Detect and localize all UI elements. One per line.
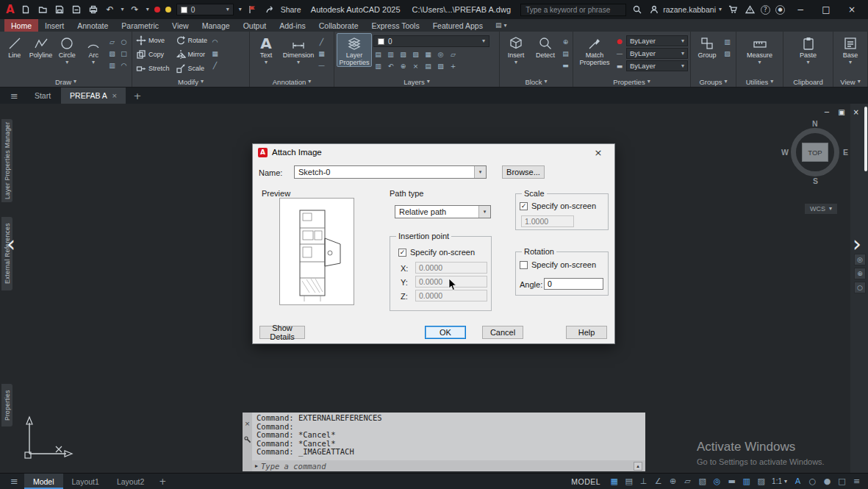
linetype-select[interactable]: ByLayer ▾ [626, 48, 688, 59]
command-input-row[interactable]: ▸ ▴ [252, 460, 645, 471]
browse-button[interactable]: Browse... [502, 165, 545, 179]
create-block-icon[interactable]: ⊕ [561, 37, 570, 46]
trim-icon[interactable]: ╱ [210, 60, 220, 70]
mirror-button[interactable]: Mirror [174, 47, 209, 61]
measure-button[interactable]: Measure ▾ [743, 33, 777, 65]
open-folder-icon[interactable] [37, 4, 49, 15]
ribbon-tab-featured-apps[interactable]: Featured Apps [426, 19, 489, 32]
path-type-caret-icon[interactable]: ▾ [478, 206, 490, 218]
assistant-icon[interactable]: ● [775, 5, 785, 15]
share-button[interactable]: Share [281, 5, 301, 14]
cart-icon[interactable] [727, 4, 739, 15]
ribbon-tab-addins[interactable]: Add-ins [273, 19, 312, 32]
base-button[interactable]: Base ▾ [836, 33, 864, 65]
group-edit-icon[interactable]: ▨ [722, 49, 732, 58]
flag-icon[interactable] [247, 4, 259, 15]
viewcube-south[interactable]: S [813, 176, 818, 185]
layer-off-icon[interactable]: ▤ [373, 49, 383, 59]
layer-previous-icon[interactable]: ↶ [386, 61, 395, 71]
wrench-icon[interactable] [244, 436, 251, 443]
viewcube-top-face[interactable]: TOP [802, 143, 828, 162]
autocad-logo-icon[interactable]: A [6, 4, 15, 15]
ribbon-tab-annotate[interactable]: Annotate [71, 19, 115, 32]
dynamic-ucs-icon[interactable]: ▨ [754, 476, 768, 486]
insertion-specify-checkbox[interactable]: ✓ Specify on-screen [398, 248, 475, 257]
panel-properties-label[interactable]: Properties▾ [573, 76, 690, 87]
help-button[interactable]: Help [566, 326, 607, 339]
command-input[interactable] [261, 462, 631, 471]
dimension-button[interactable]: Dimension ▾ [281, 33, 315, 65]
circle-button[interactable]: Circle ▾ [55, 33, 80, 65]
clean-screen-icon[interactable]: □ [835, 476, 849, 486]
command-history[interactable]: Command: EXTERNALREFERENCES Command: Com… [252, 413, 645, 460]
scale-specify-checkbox[interactable]: ✓ Specify on-screen [520, 201, 596, 210]
isolate-objects-icon[interactable]: ● [820, 476, 834, 486]
nav-previous-icon[interactable]: ‹ [7, 233, 15, 255]
revision-cloud-icon[interactable]: ◠ [119, 60, 129, 70]
viewcube-east[interactable]: E [843, 148, 848, 157]
layer-copy-icon[interactable]: ▨ [436, 61, 445, 71]
edit-block-icon[interactable]: ▤ [561, 49, 570, 58]
dimension-style-icon[interactable]: — [317, 60, 326, 70]
lineweight-select[interactable]: ByLayer ▾ [626, 60, 688, 71]
line-button[interactable]: Line [2, 33, 27, 59]
rectangle-icon[interactable]: ▱ [107, 37, 117, 46]
layout-tab-layout1[interactable]: Layout1 [63, 474, 108, 489]
layer-lock-fade-icon[interactable]: ▤ [423, 61, 433, 71]
rotate-button[interactable]: Rotate [174, 33, 209, 47]
pan-icon[interactable]: ⊕ [854, 268, 866, 279]
vertical-scrollbar-thumb[interactable] [864, 107, 867, 171]
name-select-caret-icon[interactable]: ▾ [474, 166, 486, 178]
panel-view-label[interactable]: View▾ [833, 76, 867, 87]
text-button[interactable]: A Text ▾ [252, 33, 280, 65]
ribbon-display-toggle[interactable]: ▤ ▾ [489, 19, 513, 32]
file-tab-menu-icon[interactable]: ≡ [4, 88, 24, 104]
command-close-icon[interactable]: × [245, 420, 251, 427]
copy-button[interactable]: Copy [134, 47, 171, 61]
layer-isolate-icon[interactable]: ▥ [386, 49, 395, 59]
selection-cycling-icon[interactable]: ▥ [739, 476, 753, 486]
zoom-icon[interactable]: ○ [854, 282, 866, 293]
new-file-icon[interactable] [20, 4, 32, 15]
ribbon-tab-express-tools[interactable]: Express Tools [365, 19, 426, 32]
layer-properties-button[interactable]: Layer Properties [337, 33, 372, 67]
search-icon[interactable] [631, 4, 643, 15]
redo-dropdown-icon[interactable]: ▾ [146, 7, 149, 13]
palette-tab-layer-properties-manager[interactable]: Layer Properties Manager [1, 119, 12, 202]
path-type-select[interactable]: Relative path ▾ [395, 205, 491, 218]
dialog-title-bar[interactable]: A Attach Image × [253, 144, 614, 160]
maximize-button[interactable]: □ [816, 4, 836, 15]
layer-freeze-icon[interactable]: ▧ [398, 49, 408, 59]
polar-tracking-icon[interactable]: ⊕ [666, 476, 680, 486]
ribbon-tab-view[interactable]: View [165, 19, 196, 32]
layer-merge-icon[interactable]: ⊕ [398, 61, 408, 71]
viewport-minimize-icon[interactable]: − [824, 108, 830, 116]
ortho-mode-icon[interactable]: ∠ [651, 476, 665, 486]
file-tab-start[interactable]: Start [26, 88, 60, 104]
viewcube-north[interactable]: N [812, 119, 818, 128]
detect-button[interactable]: Detect [531, 33, 559, 59]
customization-icon[interactable]: ≡ [850, 476, 864, 486]
annotation-scale-dropdown[interactable]: 1:1 ▾ [769, 477, 790, 485]
command-window-grip[interactable]: × [243, 413, 252, 471]
minimize-button[interactable]: − [790, 4, 811, 15]
file-tab-prefab-a[interactable]: PREFAB A × [61, 88, 126, 104]
undo-icon[interactable]: ↶ [104, 4, 116, 15]
ribbon-tab-insert[interactable]: Insert [38, 19, 71, 32]
undo-dropdown-icon[interactable]: ▾ [121, 7, 124, 13]
panel-clipboard-label[interactable]: Clipboard [783, 76, 833, 87]
qat-layer-dropdown[interactable]: 0 ▾ [176, 4, 234, 15]
autoscale-icon[interactable]: ○ [806, 476, 819, 486]
model-space-button[interactable]: MODEL [571, 477, 600, 486]
nav-next-icon[interactable]: › [853, 233, 861, 255]
panel-groups-label[interactable]: Groups▾ [691, 76, 736, 87]
fillet-icon[interactable]: ◠ [210, 37, 220, 46]
share-icon[interactable] [264, 4, 276, 15]
region-icon[interactable]: ▥ [107, 60, 117, 70]
polyline-button[interactable]: Polyline [29, 33, 54, 59]
panel-draw-label[interactable]: Draw▾ [0, 76, 132, 87]
command-line-window[interactable]: × Command: EXTERNALREFERENCES Command: C… [243, 413, 645, 471]
stretch-button[interactable]: Stretch [134, 61, 171, 75]
plot-icon[interactable] [87, 4, 99, 15]
command-scroll-up-icon[interactable]: ▴ [634, 462, 642, 471]
